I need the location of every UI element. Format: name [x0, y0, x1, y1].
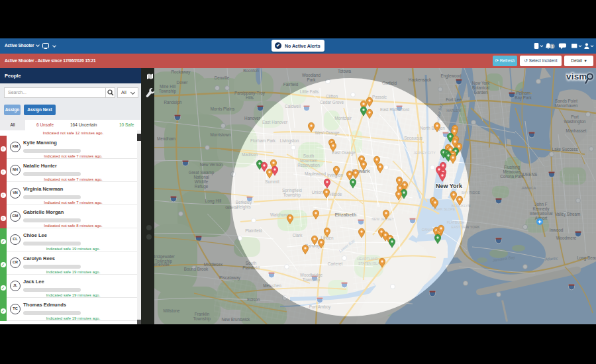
svg-text:1: 1 — [552, 44, 554, 48]
svg-text:vism: vism — [566, 71, 587, 81]
svg-text:New York: New York — [436, 183, 463, 189]
